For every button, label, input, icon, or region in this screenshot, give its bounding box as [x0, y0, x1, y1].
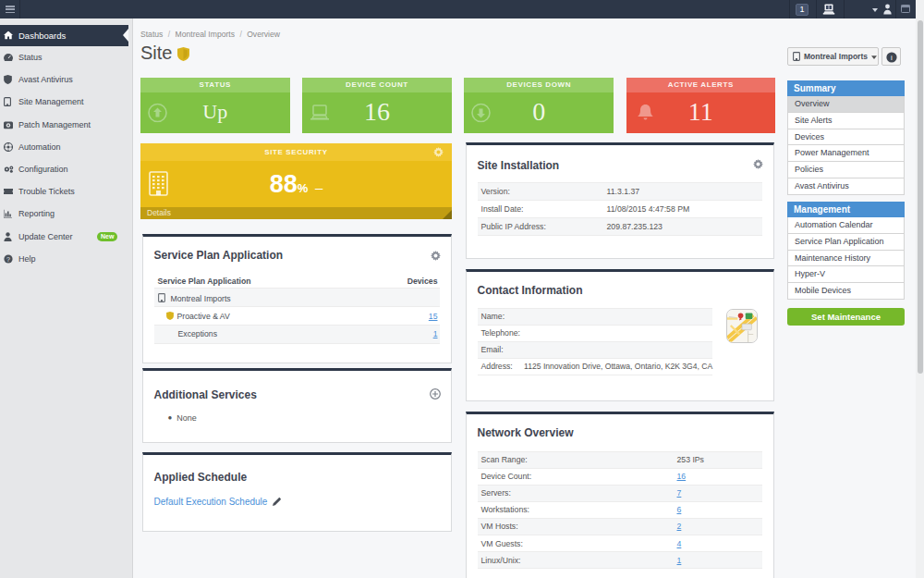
svg-text:?: ? [6, 255, 10, 262]
svg-text:i: i [891, 53, 893, 61]
